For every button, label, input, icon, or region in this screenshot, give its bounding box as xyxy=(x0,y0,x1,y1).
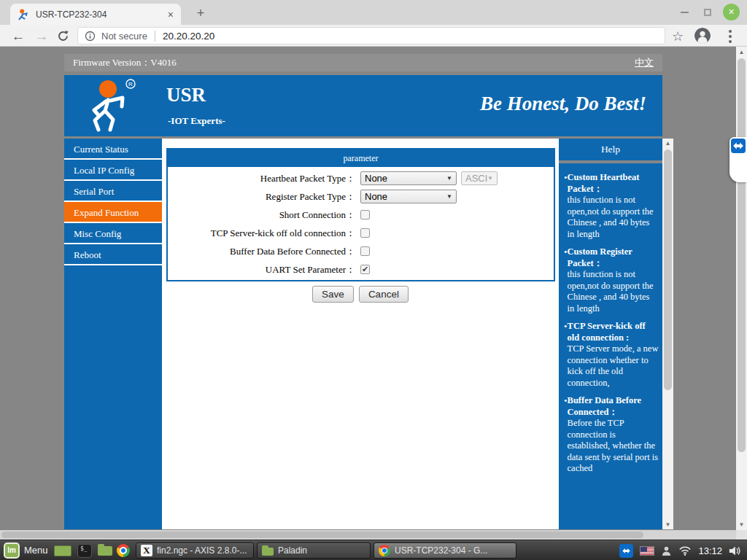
help-item: • Custom Register Packet：this function i… xyxy=(564,246,659,314)
brand-banner: R USR -IOT Experts- Be Honest, Do Best! xyxy=(64,75,662,136)
horizontal-scrollbar[interactable] xyxy=(0,530,736,540)
chrome-icon xyxy=(379,545,390,556)
taskbar-clock[interactable]: 13:12 xyxy=(698,545,722,556)
address-bar[interactable]: Not secure 20.20.20.20 xyxy=(77,27,665,44)
browser-toolbar: ← → Not secure 20.20.20.20 ☆ xyxy=(0,25,747,47)
teamviewer-icon xyxy=(731,139,746,153)
help-content: • Custom Heartbeat Packet：this function … xyxy=(559,163,662,529)
form-title: parameter xyxy=(168,149,554,167)
not-secure-info-icon[interactable] xyxy=(85,31,96,42)
teamviewer-tray-icon[interactable] xyxy=(619,544,633,558)
taskbar-window-paladin[interactable]: Paladin xyxy=(257,542,371,559)
back-button[interactable]: ← xyxy=(9,26,28,47)
firmware-bar: Firmware Version：V4016 中文 xyxy=(64,54,662,71)
window-restore-button[interactable] xyxy=(704,9,711,16)
chevron-down-icon: ▼ xyxy=(446,193,452,200)
main-content: parameter Heartbeat Packet Type： None▼ A… xyxy=(162,139,559,529)
scrollbar-corner xyxy=(736,530,747,540)
sidebar-item-serial-port[interactable]: Serial Port xyxy=(64,181,162,202)
window-close-button[interactable]: × xyxy=(723,4,740,20)
uart-set-parameter-checkbox[interactable]: ✔ xyxy=(360,265,370,274)
firmware-version-label: Firmware Version：V4016 xyxy=(73,56,635,69)
uart-set-parameter-label: UART Set Parameter： xyxy=(168,263,355,276)
scroll-up-icon[interactable]: ▲ xyxy=(662,140,673,147)
keyboard-layout-us-flag-icon[interactable] xyxy=(640,546,654,556)
chevron-down-icon: ▼ xyxy=(487,175,493,182)
heartbeat-packet-type-select[interactable]: None▼ xyxy=(360,171,457,185)
browser-tab-strip: USR-TCP232-304 × + × xyxy=(0,0,747,25)
help-item: • Custom Heartbeat Packet：this function … xyxy=(564,172,659,240)
window-minimize-button[interactable] xyxy=(681,12,689,13)
teamviewer-panel-tab[interactable] xyxy=(729,137,747,182)
tab-close-icon[interactable]: × xyxy=(168,9,174,20)
security-label: Not secure xyxy=(101,31,147,42)
sidebar-item-local-ip-config[interactable]: Local IP Config xyxy=(64,160,162,181)
heartbeat-packet-type-label: Heartbeat Packet Type： xyxy=(168,172,355,185)
taskbar-window-chrome-active[interactable]: USR-TCP232-304 - G... xyxy=(374,542,516,559)
form-row: Heartbeat Packet Type： None▼ ASCII▼ xyxy=(168,169,554,187)
form-row: Short Connection： xyxy=(168,206,554,224)
page-viewport: Firmware Version：V4016 中文 R USR -IOT Exp… xyxy=(0,47,747,540)
form-row: Register Packet Type： None▼ xyxy=(168,187,554,206)
url-text[interactable]: 20.20.20.20 xyxy=(163,31,214,42)
folder-icon xyxy=(262,548,274,556)
parameter-form: parameter Heartbeat Packet Type： None▼ A… xyxy=(166,148,555,281)
new-tab-button[interactable]: + xyxy=(191,4,210,22)
tcp-kick-label: TCP Server-kick off old connection： xyxy=(168,227,355,240)
axis-app-icon: X xyxy=(141,545,152,556)
volume-icon[interactable] xyxy=(729,545,741,556)
svg-text:R: R xyxy=(128,81,133,88)
bookmark-star-icon[interactable]: ☆ xyxy=(672,27,684,46)
show-desktop-icon[interactable] xyxy=(54,545,71,556)
sidebar-item-misc-config[interactable]: Misc Config xyxy=(64,223,162,244)
files-launcher-icon[interactable] xyxy=(98,544,112,556)
help-panel: Help • Custom Heartbeat Packet：this func… xyxy=(559,139,662,529)
language-link[interactable]: 中文 xyxy=(635,56,654,69)
taskbar-window-axis[interactable]: X fin2.ngc - AXIS 2.8.0-... xyxy=(136,542,254,559)
usr-logo-icon: R xyxy=(79,78,140,133)
screen: USR-TCP232-304 × + × ← → Not secure 20.2… xyxy=(0,0,747,560)
sidebar-item-reboot[interactable]: Reboot xyxy=(64,244,162,265)
vertical-scrollbar[interactable]: ▲ ▼ xyxy=(736,47,747,530)
browser-menu-icon[interactable] xyxy=(729,30,732,45)
help-scrollbar-thumb[interactable] xyxy=(664,149,672,390)
help-scrollbar[interactable]: ▲ ▼ xyxy=(662,139,673,529)
sidebar-item-expand-function[interactable]: Expand Function xyxy=(64,202,162,223)
browser-tab[interactable]: USR-TCP232-304 × xyxy=(10,4,181,25)
save-button[interactable]: Save xyxy=(312,286,354,303)
scroll-down-icon[interactable]: ▼ xyxy=(736,521,747,528)
tcp-kick-checkbox[interactable] xyxy=(360,228,370,238)
horizontal-scrollbar-thumb[interactable] xyxy=(1,532,643,538)
short-connection-checkbox[interactable] xyxy=(360,210,370,219)
register-packet-type-select[interactable]: None▼ xyxy=(360,190,457,203)
form-row: TCP Server-kick off old connection： xyxy=(168,224,554,242)
buffer-data-checkbox[interactable] xyxy=(360,246,370,256)
tab-title: USR-TCP232-304 xyxy=(36,9,168,20)
brand-name: USR xyxy=(166,84,206,106)
reload-button[interactable] xyxy=(57,30,69,42)
scroll-down-icon[interactable]: ▼ xyxy=(662,521,673,528)
menu-button[interactable]: Menu xyxy=(24,540,48,560)
wifi-icon[interactable] xyxy=(678,545,692,556)
user-tray-icon[interactable] xyxy=(661,545,672,556)
usr-favicon-icon xyxy=(18,9,29,20)
form-row: UART Set Parameter： ✔ xyxy=(168,260,554,279)
help-item: • TCP Server-kick off old connection :TC… xyxy=(564,321,659,389)
vertical-scrollbar-thumb[interactable] xyxy=(738,58,746,452)
help-title: Help xyxy=(559,139,662,160)
taskbar: lm Menu $_ X fin2.ngc - AXIS 2.8.0-... P… xyxy=(0,540,747,560)
chevron-down-icon: ▼ xyxy=(446,175,452,182)
cancel-button[interactable]: Cancel xyxy=(359,286,409,303)
form-row: Buffer Data Before Connected： xyxy=(168,242,554,260)
system-tray: 13:12 xyxy=(619,540,747,560)
register-packet-type-label: Register Packet Type： xyxy=(168,190,355,203)
terminal-launcher-icon[interactable]: $_ xyxy=(77,544,92,558)
brand-tagline: -IOT Experts- xyxy=(168,115,225,127)
chrome-launcher-icon[interactable] xyxy=(117,544,130,557)
profile-avatar-icon[interactable] xyxy=(694,28,711,47)
mint-menu-icon[interactable]: lm xyxy=(4,542,20,559)
sidebar-item-current-status[interactable]: Current Status xyxy=(64,139,162,160)
scroll-up-icon[interactable]: ▲ xyxy=(736,49,747,55)
short-connection-label: Short Connection： xyxy=(168,209,355,222)
forward-button[interactable]: → xyxy=(32,26,51,47)
